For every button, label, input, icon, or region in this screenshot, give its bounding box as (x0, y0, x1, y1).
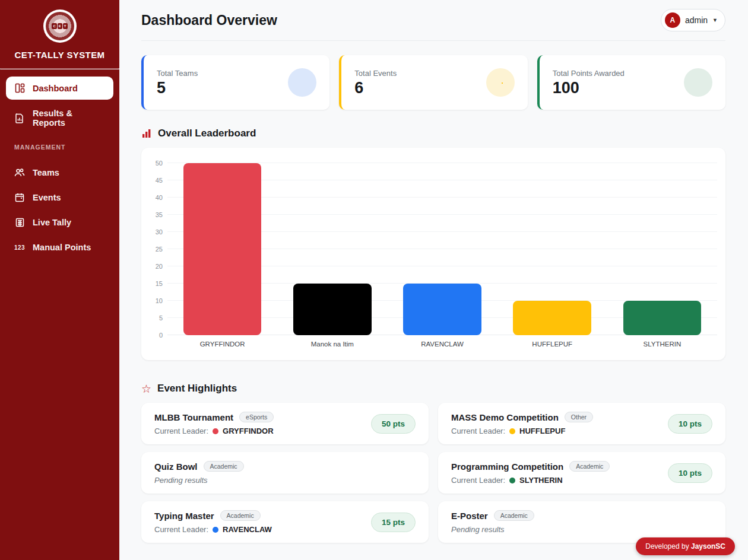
current-leader-label: Current Leader: (451, 427, 505, 435)
x-axis-label: GRYFFINDOR (200, 341, 245, 348)
sidebar-item-label: Dashboard (33, 84, 78, 93)
stat-label: Total Events (354, 69, 397, 78)
chart-plot: GRYFFINDORManok na ItimRAVENCLAWHUFFLEPU… (167, 163, 717, 335)
chart-bar-ravenclaw (403, 284, 481, 335)
event-category-badge: Academic (220, 510, 261, 521)
points-badge: 10 pts (668, 414, 712, 434)
event-category-badge: Academic (494, 510, 534, 521)
sidebar-item-manual-points[interactable]: 123Manual Points (6, 236, 113, 259)
sidebar-item-teams[interactable]: Teams (6, 161, 113, 184)
highlights-section-header: ☆ Event Highlights (141, 383, 725, 394)
sidebar-item-label: Teams (33, 168, 59, 177)
highlights-title: Event Highlights (157, 383, 237, 394)
event-category-badge: Other (565, 412, 593, 423)
chart-bar-hufflepuf (513, 301, 591, 335)
current-leader-label: Current Leader: (451, 476, 505, 485)
leader-team-name: SLYTHERIN (519, 476, 562, 485)
developer-credit-badge[interactable]: Developed by JaysonSC (636, 537, 735, 555)
stat-card-total-teams: Total Teams5 (141, 55, 329, 110)
sidebar-item-live-tally[interactable]: Live Tally (6, 211, 113, 234)
leaderboard-chart-card: 05101520253035404550 GRYFFINDORManok na … (141, 148, 725, 360)
points-badge: 15 pts (371, 513, 416, 532)
trend-icon (684, 68, 712, 97)
event-name: Quiz Bowl (154, 462, 198, 472)
sidebar-item-label: Manual Points (33, 243, 91, 252)
avatar: A (665, 12, 680, 28)
event-card-quiz-bowl: Quiz BowlAcademicPending results (141, 452, 429, 494)
chart-bar-gryffindor (183, 163, 261, 335)
logo-letter: E (58, 23, 62, 29)
stat-value: 5 (157, 80, 198, 96)
current-leader-label: Current Leader: (154, 427, 208, 435)
event-card-programming-competition: Programming CompetitionAcademicCurrent L… (438, 452, 725, 494)
y-axis-tick: 5 (159, 314, 163, 322)
pending-results-text: Pending results (154, 476, 244, 485)
pending-results-text: Pending results (451, 525, 534, 534)
logo-letter: T (63, 23, 68, 29)
stats-row: Total Teams5Total Events6Total Points Aw… (141, 55, 725, 110)
y-axis-tick: 0 (159, 332, 163, 339)
sidebar-nav: DashboardResults & Reports (0, 69, 119, 134)
sidebar-item-events[interactable]: Events (6, 186, 113, 209)
team-color-dot (213, 428, 218, 434)
event-card-mlbb-tournament: MLBB TournamenteSportsCurrent Leader:GRY… (141, 403, 429, 444)
event-name: Typing Master (154, 511, 214, 521)
sidebar-item-label: Events (33, 193, 61, 202)
event-highlights-grid: MLBB TournamenteSportsCurrent Leader:GRY… (141, 403, 725, 543)
y-axis-tick: 10 (156, 297, 163, 304)
event-card-mass-demo-competition: MASS Demo CompetitionOtherCurrent Leader… (438, 403, 725, 444)
y-axis-tick: 40 (156, 194, 163, 201)
stat-label: Total Teams (157, 69, 198, 78)
y-axis-tick: 35 (156, 211, 163, 218)
stat-value: 100 (553, 80, 625, 96)
sidebar-item-label: Results & Reports (33, 109, 106, 128)
y-axis-tick: 45 (156, 177, 163, 184)
chart-bar-slytherin (623, 301, 701, 335)
bar-chart-icon (141, 128, 152, 139)
chevron-down-icon: ▼ (712, 17, 718, 23)
stat-value: 6 (354, 80, 397, 96)
sidebar-item-label: Live Tally (33, 218, 71, 227)
event-category-badge: eSports (239, 412, 274, 423)
team-color-dot (509, 478, 515, 483)
x-axis-label: RAVENCLAW (421, 341, 464, 348)
event-card-e-poster: E-PosterAcademicPending results (438, 501, 725, 543)
y-axis-tick: 20 (156, 263, 163, 270)
x-axis-label: SLYTHERIN (644, 341, 682, 348)
points-badge: 10 pts (668, 463, 712, 483)
main-content: Dashboard Overview A admin ▼ Total Teams… (119, 0, 748, 560)
chart-y-axis: 05101520253035404550 (147, 163, 167, 335)
dashboard-icon (14, 83, 26, 93)
credit-author: JaysonSC (691, 542, 725, 551)
current-leader-label: Current Leader: (154, 525, 208, 534)
user-menu-button[interactable]: A admin ▼ (661, 9, 725, 31)
leader-team-name: HUFFLEPUF (519, 427, 565, 435)
logo-emblem-icon: CET (46, 12, 74, 40)
sidebar-item-results-reports[interactable]: Results & Reports (6, 102, 113, 134)
topbar: Dashboard Overview A admin ▼ (141, 0, 725, 41)
y-axis-tick: 15 (156, 280, 163, 287)
y-axis-tick: 50 (156, 160, 163, 167)
credit-prefix: Developed by (645, 542, 691, 551)
stat-card-total-events: Total Events6 (339, 55, 527, 110)
teams-icon (14, 168, 26, 177)
people-icon (288, 68, 316, 97)
app-logo: CET (43, 9, 77, 43)
star-icon: ☆ (141, 383, 151, 394)
calendar-icon (14, 193, 26, 202)
report-icon (14, 113, 26, 123)
sidebar-item-dashboard[interactable]: Dashboard (6, 77, 113, 100)
x-axis-label: HUFFLEPUF (532, 341, 572, 348)
event-category-badge: Academic (204, 461, 244, 472)
x-axis-label: Manok na Itim (311, 341, 354, 348)
event-name: Programming Competition (451, 462, 563, 472)
event-category-badge: Academic (569, 461, 610, 472)
event-name: MASS Demo Competition (451, 412, 559, 422)
y-axis-tick: 30 (156, 228, 163, 236)
points-badge: 50 pts (371, 414, 416, 434)
username: admin (685, 15, 708, 25)
leaderboard-title: Overall Leaderboard (158, 128, 256, 139)
stat-label: Total Points Awarded (553, 69, 625, 78)
team-color-dot (213, 527, 218, 533)
chart-bar-manok-na-itim (293, 284, 371, 335)
